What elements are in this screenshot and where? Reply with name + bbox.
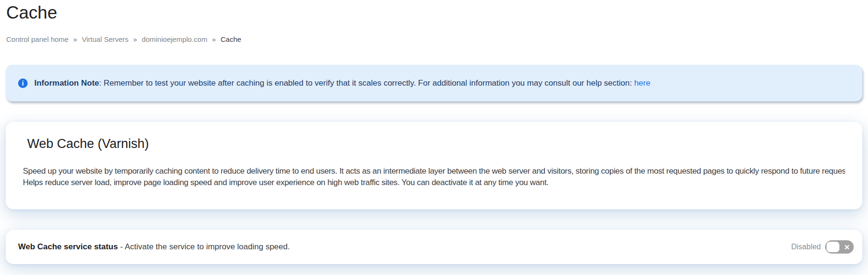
info-banner-title: Information Note [34, 79, 99, 88]
toggle-knob [827, 242, 839, 252]
web-cache-toggle[interactable]: ✕ [825, 240, 854, 254]
toggle-off-x-icon: ✕ [844, 244, 850, 251]
cache-page: Cache Control panel home » Virtual Serve… [0, 0, 868, 275]
info-banner: i Information Note: Remember to test you… [6, 65, 862, 101]
service-status-label-rest: - Activate the service to improve loadin… [118, 242, 290, 251]
service-status-control: Disabled ✕ [791, 240, 854, 254]
info-icon: i [18, 79, 28, 88]
breadcrumb-current-cache: Cache [221, 35, 241, 44]
breadcrumb-domain[interactable]: dominioejemplo.com [142, 35, 208, 44]
service-status-label: Web Cache service status - Activate the … [18, 242, 290, 252]
web-cache-description-line2: Helps reduce server load, improve page l… [23, 177, 845, 188]
breadcrumb-control-panel-home[interactable]: Control panel home [6, 35, 69, 44]
web-cache-description: Speed up your website by temporarily cac… [23, 166, 845, 188]
service-status-label-bold: Web Cache service status [18, 242, 118, 251]
breadcrumb-separator: » [73, 35, 77, 44]
info-banner-text: Information Note: Remember to test your … [34, 79, 650, 88]
info-banner-body: : Remember to test your website after ca… [99, 79, 634, 88]
web-cache-description-line1: Speed up your website by temporarily cac… [23, 166, 845, 177]
web-cache-card-title: Web Cache (Varnish) [27, 136, 845, 151]
help-section-link[interactable]: here [634, 79, 650, 88]
service-status-card: Web Cache service status - Activate the … [6, 230, 862, 264]
web-cache-varnish-card: Web Cache (Varnish) Speed up your websit… [6, 122, 862, 209]
breadcrumb-separator: » [212, 35, 216, 44]
page-title: Cache [0, 0, 868, 23]
breadcrumb: Control panel home » Virtual Servers » d… [6, 35, 868, 44]
breadcrumb-virtual-servers[interactable]: Virtual Servers [82, 35, 129, 44]
service-status-state: Disabled [791, 243, 821, 251]
breadcrumb-separator: » [133, 35, 137, 44]
